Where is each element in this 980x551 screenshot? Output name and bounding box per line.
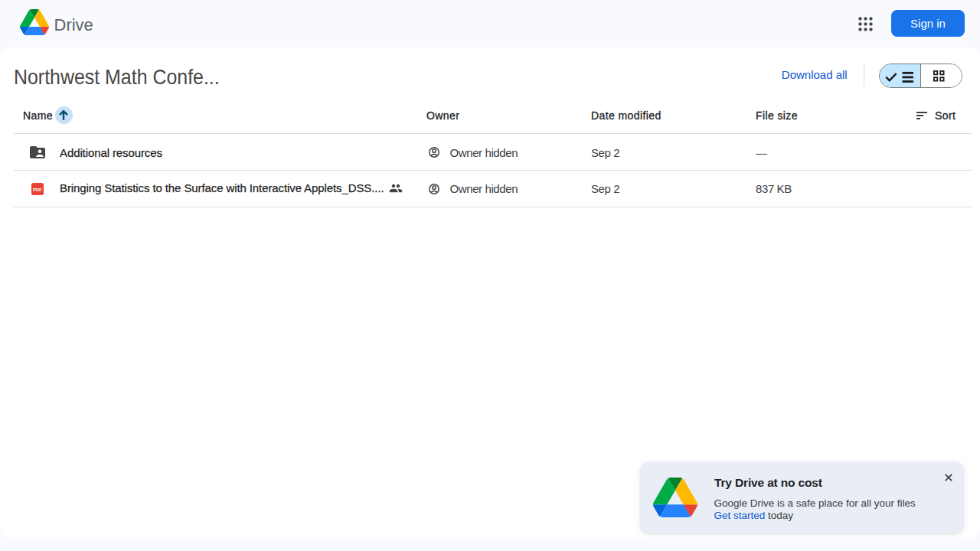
svg-text:PDF: PDF	[33, 187, 42, 192]
